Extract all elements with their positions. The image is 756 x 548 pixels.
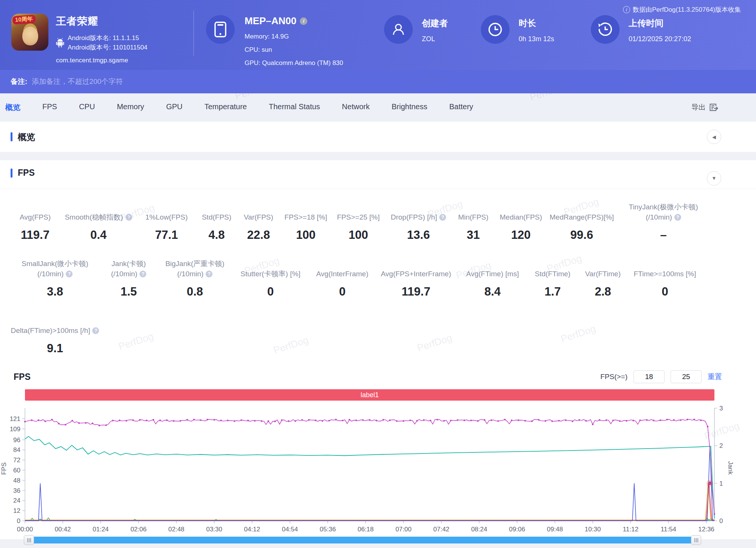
perfdog-report-page: i 数据由PerfDog(11.3.250764)版本收集 10周年 王者荣耀 bbox=[0, 0, 756, 548]
device-block: MEP–AN00 i Memory: 14.9G CPU: sun GPU: Q… bbox=[206, 15, 343, 70]
svg-text:00:00: 00:00 bbox=[17, 526, 33, 533]
stat-std-fps-: Std(FPS)4.8 bbox=[196, 202, 237, 242]
svg-text:0: 0 bbox=[17, 517, 20, 525]
game-app-icon: 10周年 bbox=[11, 14, 48, 51]
svg-text:60: 60 bbox=[13, 467, 20, 474]
stat-value: 119.7 bbox=[21, 228, 50, 242]
fps-threshold-input-2[interactable] bbox=[671, 370, 702, 383]
help-icon[interactable]: ? bbox=[206, 271, 212, 277]
help-icon[interactable]: ? bbox=[139, 271, 146, 277]
stat-value: – bbox=[660, 228, 666, 242]
fps-collapse-button[interactable]: ▼ bbox=[707, 171, 721, 186]
overview-section: 概览 ◀ bbox=[0, 122, 756, 152]
export-button[interactable]: 导出 bbox=[691, 102, 718, 112]
device-info-icon[interactable]: i bbox=[300, 17, 307, 25]
scrollbar-track[interactable] bbox=[25, 537, 700, 543]
tab-gpu[interactable]: GPU bbox=[166, 102, 182, 113]
stat-medrange-fps-%-: MedRange(FPS)[%]99.6 bbox=[547, 202, 616, 242]
chart-annotation-label1[interactable]: label1 bbox=[25, 389, 714, 401]
help-icon[interactable]: ? bbox=[674, 214, 681, 221]
svg-text:72: 72 bbox=[13, 457, 20, 464]
tab-network[interactable]: Network bbox=[342, 102, 370, 113]
stat-value: 2.8 bbox=[595, 285, 611, 299]
stat-value: 1.5 bbox=[121, 285, 137, 299]
stat-value: 100 bbox=[296, 228, 316, 242]
creator-value: ZOL bbox=[422, 35, 448, 43]
tab-temperature[interactable]: Temperature bbox=[204, 102, 247, 113]
svg-text:96: 96 bbox=[13, 437, 20, 444]
stat-value: 77.1 bbox=[155, 228, 178, 242]
stat-value: 8.4 bbox=[484, 285, 500, 299]
tab-memory[interactable]: Memory bbox=[117, 102, 144, 113]
tab-battery[interactable]: Battery bbox=[449, 102, 473, 113]
svg-text:07:42: 07:42 bbox=[433, 526, 449, 533]
help-icon[interactable]: ? bbox=[125, 214, 132, 221]
fps-line-chart[interactable]: 01224364860728496109121012300:0000:4201:… bbox=[0, 404, 733, 534]
svg-text:3: 3 bbox=[719, 405, 723, 412]
stat-var-fps-: Var(FPS)22.8 bbox=[237, 202, 280, 242]
upload-value: 01/12/2025 20:27:02 bbox=[629, 35, 691, 43]
tab-cpu[interactable]: CPU bbox=[79, 102, 95, 113]
svg-text:02:48: 02:48 bbox=[168, 526, 184, 533]
stat-value: 100 bbox=[349, 228, 368, 242]
device-memory: Memory: 14.9G bbox=[245, 30, 343, 43]
stat-value: 0 bbox=[662, 285, 668, 299]
stat-avg-ftime-ms-: Avg(FTime) [ms]8.4 bbox=[457, 259, 528, 299]
clock-icon bbox=[481, 15, 510, 44]
scrollbar-left-handle[interactable] bbox=[24, 535, 34, 545]
duration-block: 时长 0h 13m 12s bbox=[481, 15, 554, 44]
stat-value: 13.6 bbox=[407, 228, 430, 242]
help-icon[interactable]: ? bbox=[92, 327, 99, 334]
phone-icon bbox=[206, 15, 235, 44]
stat-avg-fps-interframe-: Avg(FPS+InterFrame)119.7 bbox=[375, 259, 457, 299]
tab-list: 概览FPSCPUMemoryGPUTemperatureThermal Stat… bbox=[5, 102, 473, 113]
person-icon bbox=[384, 15, 413, 44]
stat-value: 1.7 bbox=[544, 285, 561, 299]
upload-label: 上传时间 bbox=[629, 17, 691, 29]
svg-text:01:24: 01:24 bbox=[93, 526, 109, 533]
scrollbar-right-handle[interactable] bbox=[691, 535, 701, 545]
stat-smooth-: Smooth(稳帧指数)?0.4 bbox=[60, 202, 137, 242]
export-icon bbox=[709, 103, 718, 111]
svg-text:00:42: 00:42 bbox=[55, 526, 71, 533]
stat-value: 31 bbox=[467, 228, 480, 242]
stat-value: 0 bbox=[339, 285, 345, 299]
anniversary-badge: 10周年 bbox=[12, 15, 36, 25]
svg-text:36: 36 bbox=[13, 487, 20, 494]
tab-thermal-status[interactable]: Thermal Status bbox=[269, 102, 320, 113]
svg-text:12:36: 12:36 bbox=[698, 526, 714, 533]
svg-text:FPS: FPS bbox=[0, 462, 8, 475]
overview-collapse-button[interactable]: ◀ bbox=[707, 130, 721, 144]
reset-link[interactable]: 重置 bbox=[708, 372, 722, 382]
stat-fps>=25-%-: FPS>=25 [%]100 bbox=[332, 202, 385, 242]
stat-drop-fps-h-: Drop(FPS) [/h]?13.6 bbox=[385, 202, 452, 242]
tab-fps[interactable]: FPS bbox=[42, 102, 57, 113]
android-version-code: Android版本号: 1101011504 bbox=[68, 43, 147, 52]
fps-stats-row-1: Avg(FPS)119.7Smooth(稳帧指数)?0.41%Low(FPS)7… bbox=[0, 202, 756, 242]
app-block: 10周年 王者荣耀 bbox=[11, 14, 147, 64]
svg-text:03:30: 03:30 bbox=[206, 526, 222, 533]
tab-概览[interactable]: 概览 bbox=[5, 102, 20, 113]
accent-bar bbox=[11, 132, 12, 141]
stat-value: 0 bbox=[267, 285, 274, 299]
svg-text:84: 84 bbox=[13, 446, 20, 454]
device-cpu: CPU: sun bbox=[245, 43, 343, 56]
package-name: com.tencent.tmgp.sgame bbox=[56, 57, 147, 64]
stat-delta-ftime->100ms-h-: Delta(FTime)>100ms [/h]?9.1 bbox=[11, 315, 99, 355]
tab-brightness[interactable]: Brightness bbox=[392, 102, 428, 113]
svg-text:09:48: 09:48 bbox=[547, 526, 563, 533]
fps-threshold-input-1[interactable] bbox=[634, 370, 665, 383]
creator-block: 创建者 ZOL bbox=[384, 15, 448, 44]
stat-avg-fps-: Avg(FPS)119.7 bbox=[11, 202, 60, 242]
help-icon[interactable]: ? bbox=[439, 214, 446, 221]
chart-range-scrollbar bbox=[25, 535, 700, 545]
note-input[interactable] bbox=[32, 77, 372, 86]
svg-text:04:12: 04:12 bbox=[244, 526, 260, 533]
stat-value: 4.8 bbox=[208, 228, 225, 242]
data-source-notice: i 数据由PerfDog(11.3.250764)版本收集 bbox=[623, 5, 741, 14]
help-icon[interactable]: ? bbox=[66, 271, 73, 277]
fps-section: FPS ▼ Avg(FPS)119.7Smooth(稳帧指数)?0.41%Low… bbox=[0, 160, 756, 539]
fps-section-title: FPS bbox=[18, 168, 35, 178]
export-label: 导出 bbox=[691, 102, 706, 112]
device-gpu: GPU: Qualcomm Adreno (TM) 830 bbox=[245, 56, 343, 70]
